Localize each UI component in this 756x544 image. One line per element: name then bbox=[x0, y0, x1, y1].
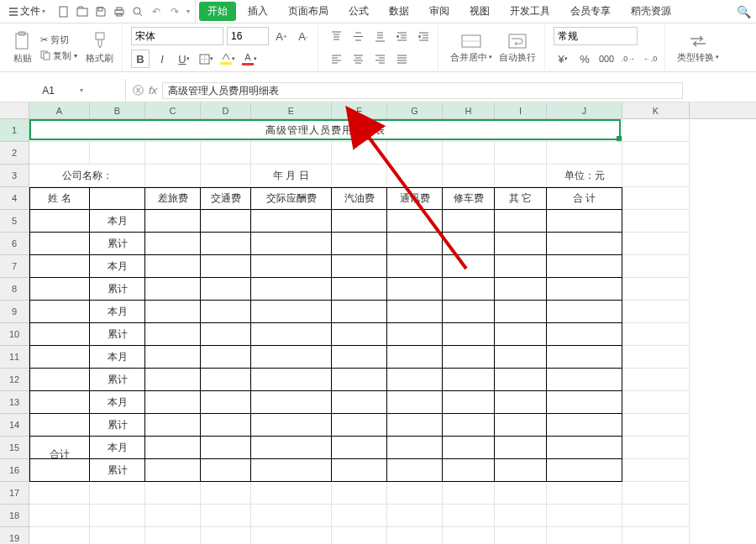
col-header[interactable]: J bbox=[547, 102, 622, 118]
cell[interactable] bbox=[495, 414, 547, 437]
undo-icon[interactable]: ↶ bbox=[150, 5, 163, 18]
cell[interactable] bbox=[201, 278, 251, 301]
grid[interactable]: ABCDEFGHIJK 高级管理人员费用明细表公司名称：年 月 日单位：元姓 名… bbox=[29, 102, 756, 544]
cell[interactable] bbox=[251, 323, 332, 346]
paste-button[interactable]: 粘贴 bbox=[10, 31, 35, 65]
cell[interactable] bbox=[547, 210, 622, 233]
cell[interactable] bbox=[90, 527, 145, 544]
cell[interactable] bbox=[332, 527, 387, 544]
cell[interactable] bbox=[495, 391, 547, 414]
tab-member[interactable]: 会员专享 bbox=[562, 2, 619, 21]
cell[interactable] bbox=[387, 323, 443, 346]
cell[interactable]: 交通费 bbox=[201, 187, 251, 210]
increase-font-icon[interactable]: A+ bbox=[272, 27, 291, 45]
cell[interactable]: 本月 bbox=[90, 391, 145, 414]
font-name-combo[interactable] bbox=[131, 27, 223, 45]
cell[interactable] bbox=[547, 142, 622, 165]
cell[interactable] bbox=[145, 437, 201, 459]
cell[interactable] bbox=[495, 482, 547, 505]
cell[interactable]: 高级管理人员费用明细表 bbox=[29, 119, 622, 142]
cell[interactable] bbox=[443, 142, 495, 165]
decrease-decimal-icon[interactable]: ←.0 bbox=[641, 50, 659, 68]
tab-review[interactable]: 审阅 bbox=[421, 2, 458, 21]
cell[interactable] bbox=[547, 233, 622, 255]
cell[interactable] bbox=[251, 505, 332, 527]
cell[interactable] bbox=[622, 505, 690, 527]
file-menu[interactable]: 文件 ▾ bbox=[5, 4, 49, 18]
cell[interactable] bbox=[90, 187, 145, 210]
cell[interactable] bbox=[622, 346, 690, 369]
row-header[interactable]: 6 bbox=[0, 233, 29, 255]
cell[interactable] bbox=[90, 482, 145, 505]
cell[interactable]: 累计 bbox=[90, 459, 145, 482]
print-icon[interactable] bbox=[113, 5, 126, 18]
cell[interactable] bbox=[332, 301, 387, 323]
row-header[interactable]: 9 bbox=[0, 301, 29, 323]
cell[interactable] bbox=[387, 165, 443, 187]
cell[interactable] bbox=[622, 119, 690, 142]
cell[interactable] bbox=[495, 527, 547, 544]
cell[interactable]: 差旅费 bbox=[145, 187, 201, 210]
cell[interactable] bbox=[443, 278, 495, 301]
save-icon[interactable] bbox=[94, 5, 108, 18]
cell[interactable]: 本月 bbox=[90, 437, 145, 459]
cell[interactable] bbox=[622, 323, 690, 346]
cell[interactable] bbox=[145, 505, 201, 527]
cell[interactable] bbox=[443, 233, 495, 255]
borders-button[interactable]: ▾ bbox=[197, 50, 215, 68]
increase-indent-icon[interactable] bbox=[414, 27, 433, 45]
cell[interactable] bbox=[495, 437, 547, 459]
cell[interactable] bbox=[622, 369, 690, 391]
cell[interactable] bbox=[622, 391, 690, 414]
cell[interactable]: 年 月 日 bbox=[251, 165, 332, 187]
wrap-button[interactable]: 自动换行 bbox=[496, 32, 539, 64]
cell[interactable] bbox=[332, 255, 387, 278]
cell[interactable] bbox=[443, 210, 495, 233]
cell[interactable]: 本月 bbox=[90, 346, 145, 369]
cell[interactable] bbox=[387, 414, 443, 437]
cell[interactable] bbox=[251, 527, 332, 544]
cell[interactable] bbox=[332, 323, 387, 346]
cell[interactable] bbox=[443, 165, 495, 187]
cell[interactable] bbox=[29, 505, 90, 527]
cell[interactable]: 交际应酬费 bbox=[251, 187, 332, 210]
cell[interactable] bbox=[387, 210, 443, 233]
cell[interactable] bbox=[251, 414, 332, 437]
cell[interactable] bbox=[547, 278, 622, 301]
cell[interactable] bbox=[145, 369, 201, 391]
cell[interactable] bbox=[495, 346, 547, 369]
cell[interactable]: 通讯费 bbox=[387, 187, 443, 210]
redo-icon[interactable]: ↷ bbox=[168, 5, 181, 18]
cell[interactable] bbox=[145, 527, 201, 544]
cell[interactable]: 累计 bbox=[90, 369, 145, 391]
cell[interactable]: 修车费 bbox=[443, 187, 495, 210]
cell[interactable]: 本月 bbox=[90, 210, 145, 233]
cell[interactable] bbox=[201, 437, 251, 459]
cell[interactable] bbox=[387, 482, 443, 505]
tab-home[interactable]: 开始 bbox=[199, 2, 236, 21]
cell[interactable] bbox=[251, 210, 332, 233]
row-header[interactable]: 17 bbox=[0, 482, 29, 505]
align-bottom-icon[interactable] bbox=[370, 27, 389, 45]
align-center-icon[interactable] bbox=[349, 50, 367, 68]
cell[interactable] bbox=[145, 165, 201, 187]
cell[interactable] bbox=[145, 323, 201, 346]
cell[interactable] bbox=[443, 505, 495, 527]
format-painter-button[interactable]: 格式刷 bbox=[82, 31, 117, 65]
preview-icon[interactable] bbox=[131, 5, 144, 18]
cell[interactable] bbox=[332, 414, 387, 437]
cell[interactable] bbox=[201, 391, 251, 414]
cell[interactable] bbox=[495, 459, 547, 482]
tab-formula[interactable]: 公式 bbox=[340, 2, 377, 21]
cell[interactable] bbox=[145, 142, 201, 165]
decrease-indent-icon[interactable] bbox=[392, 27, 411, 45]
cell[interactable] bbox=[29, 346, 90, 369]
cell[interactable] bbox=[443, 346, 495, 369]
cell[interactable] bbox=[387, 369, 443, 391]
col-header[interactable]: F bbox=[332, 102, 387, 118]
tab-insert[interactable]: 插入 bbox=[239, 2, 276, 21]
cell[interactable] bbox=[90, 505, 145, 527]
cell[interactable] bbox=[387, 505, 443, 527]
cell[interactable] bbox=[332, 165, 387, 187]
font-color-button[interactable]: A▾ bbox=[240, 50, 259, 68]
